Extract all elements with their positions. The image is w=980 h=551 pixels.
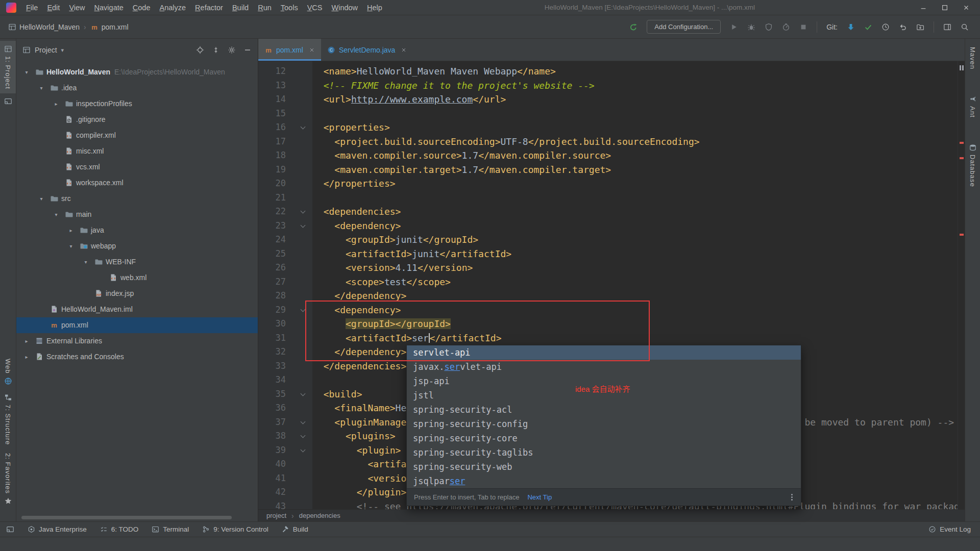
tool-window-button-event-log[interactable]: Event Log	[928, 525, 974, 533]
menu-tools[interactable]: Tools	[276, 2, 303, 14]
debug-button-icon[interactable]	[747, 23, 755, 31]
tree-row-scratches and consoles[interactable]: ▸Scratches and Consoles	[16, 349, 258, 365]
tree-row-helloworld_maven[interactable]: ▾HelloWorld_MavenE:\IdeaProjects\HelloWo…	[16, 64, 258, 80]
tree-collapse-arrow[interactable]: ▾	[82, 258, 90, 266]
tool-button-structure[interactable]: 7: Structure	[0, 389, 16, 449]
tool-window-button-6-todo[interactable]: 6: TODO	[100, 525, 139, 533]
completion-item-3[interactable]: jstl	[407, 388, 801, 403]
horizontal-scrollbar[interactable]	[21, 516, 232, 519]
code-line-12[interactable]: <name>HelloWorld_Maven Maven Webapp</nam…	[312, 64, 958, 79]
code-line-14[interactable]: <url>http://www.example.com</url>	[312, 92, 958, 107]
code-line-23[interactable]: <dependency>	[312, 219, 958, 233]
tree-row-java[interactable]: ▸java	[16, 222, 258, 238]
tree-row-helloworld_maven.iml[interactable]: HelloWorld_Maven.iml	[16, 302, 258, 317]
maximize-button[interactable]	[934, 1, 955, 15]
tree-collapse-arrow[interactable]: ▾	[37, 84, 45, 92]
tool-button-database[interactable]: Database	[965, 139, 980, 191]
shelve-button-icon[interactable]	[916, 23, 924, 31]
tree-row-workspace.xml[interactable]: workspace.xml	[16, 175, 258, 191]
tree-row-.idea[interactable]: ▾.idea	[16, 80, 258, 96]
fold-marker[interactable]	[301, 391, 306, 396]
tree-expand-arrow[interactable]: ▸	[22, 353, 31, 361]
chevron-down-icon[interactable]: ▾	[61, 47, 64, 54]
tool-button-panel-extra[interactable]	[0, 93, 16, 110]
completion-item-2[interactable]: jsp-api	[407, 374, 801, 388]
minimize-button[interactable]	[913, 1, 934, 15]
project-panel-title[interactable]: Project	[35, 46, 57, 54]
code-line-18[interactable]: <maven.compiler.source>1.7</maven.compil…	[312, 148, 958, 163]
code-line-15[interactable]	[312, 107, 958, 121]
history-button-icon[interactable]	[881, 23, 890, 31]
next-tip-link[interactable]: Next Tip	[527, 493, 552, 501]
select-opened-file-button-icon[interactable]	[196, 46, 204, 54]
completion-item-8[interactable]: spring-security-web	[407, 460, 801, 474]
tree-collapse-arrow[interactable]: ▾	[52, 211, 60, 218]
close-button[interactable]	[955, 1, 977, 15]
tab-pom.xml[interactable]: mpom.xml	[258, 39, 321, 61]
commit-button-icon[interactable]	[864, 23, 872, 31]
tree-row-pom.xml[interactable]: mpom.xml	[16, 317, 258, 333]
code-line-16[interactable]: <properties>	[312, 120, 958, 135]
code-line-30[interactable]: <groupId></groupId>	[312, 317, 958, 331]
completion-item-1[interactable]: javax.servlet-api	[407, 360, 801, 374]
code-line-25[interactable]: <artifactId>junit</artifactId>	[312, 247, 958, 261]
code-line-24[interactable]: <groupId>junit</groupId>	[312, 233, 958, 247]
menu-edit[interactable]: Edit	[42, 2, 64, 14]
settings-gear-button-icon[interactable]	[228, 46, 236, 54]
analysis-pause-icon[interactable]	[960, 65, 964, 70]
tool-button-favorites[interactable]: 2: Favorites	[0, 449, 16, 509]
menu-build[interactable]: Build	[228, 2, 253, 14]
fold-marker[interactable]	[301, 447, 306, 452]
breadcrumb-helloworld_maven[interactable]: HelloWorld_Maven	[8, 23, 80, 31]
tool-window-switcher-icon[interactable]	[6, 525, 14, 534]
code-line-22[interactable]: <dependencies>	[312, 205, 958, 219]
close-icon[interactable]	[401, 47, 407, 53]
menu-window[interactable]: Window	[327, 2, 362, 14]
tool-button-maven[interactable]: Maven	[965, 43, 980, 73]
menu-vcs[interactable]: VCS	[303, 2, 327, 14]
tree-row-vcs.xml[interactable]: vcs.xml	[16, 159, 258, 175]
tool-button-project[interactable]: 1: Project	[0, 41, 16, 93]
code-line-13[interactable]: <!-- FIXME change it to the project's we…	[312, 79, 958, 93]
editor-breadcrumb-project[interactable]: project	[266, 512, 286, 519]
fold-marker[interactable]	[301, 209, 306, 214]
fold-marker[interactable]	[301, 307, 306, 312]
coverage-button-icon[interactable]	[765, 23, 773, 31]
hide-panel-button-icon[interactable]	[243, 46, 252, 54]
tree-row-web.xml[interactable]: web.xml	[16, 270, 258, 286]
menu-code[interactable]: Code	[128, 2, 155, 14]
menu-file[interactable]: File	[21, 2, 42, 14]
code-line-28[interactable]: </dependency>	[312, 289, 958, 303]
add-configuration-button[interactable]: Add Configuration...	[647, 20, 721, 34]
fold-marker[interactable]	[301, 433, 306, 438]
completion-item-4[interactable]: spring-security-acl	[407, 403, 801, 417]
tree-row-webapp[interactable]: ▾webapp	[16, 238, 258, 254]
menu-analyze[interactable]: Analyze	[155, 2, 191, 14]
tree-row-index.jsp[interactable]: JSPindex.jsp	[16, 286, 258, 302]
more-icon[interactable]	[790, 493, 794, 502]
tree-row-inspectionprofiles[interactable]: ▸inspectionProfiles	[16, 96, 258, 112]
tool-window-button-build[interactable]: Build	[282, 525, 308, 533]
tree-row-web-inf[interactable]: ▾WEB-INF	[16, 254, 258, 270]
profiler-button-icon[interactable]	[782, 23, 790, 31]
code-line-31[interactable]: <artifactId>ser</artifactId>	[312, 331, 958, 345]
rollback-button-icon[interactable]	[899, 23, 907, 31]
fold-marker[interactable]	[301, 222, 306, 228]
run-button-icon[interactable]	[730, 23, 738, 31]
menu-refactor[interactable]: Refactor	[190, 2, 228, 14]
close-icon[interactable]	[309, 47, 315, 53]
completion-item-9[interactable]: jsqlparser	[407, 474, 801, 488]
tree-row-src[interactable]: ▾src	[16, 191, 258, 207]
code-line-27[interactable]: <scope>test</scope>	[312, 275, 958, 289]
tree-collapse-arrow[interactable]: ▾	[22, 68, 31, 76]
menu-run[interactable]: Run	[253, 2, 276, 14]
breadcrumb-pom.xml[interactable]: mpom.xml	[90, 23, 129, 31]
menu-view[interactable]: View	[64, 2, 89, 14]
tool-window-button-java-enterprise[interactable]: Java Enterprise	[28, 525, 87, 533]
collapse-all-button-icon[interactable]	[212, 46, 220, 54]
error-stripe-mark[interactable]	[960, 142, 964, 144]
tree-collapse-arrow[interactable]: ▾	[37, 195, 45, 203]
code-line-19[interactable]: <maven.compiler.target>1.7</maven.compil…	[312, 163, 958, 177]
error-stripe-mark[interactable]	[960, 234, 964, 236]
tool-window-button-9-version-control[interactable]: 9: Version Control	[202, 525, 268, 533]
